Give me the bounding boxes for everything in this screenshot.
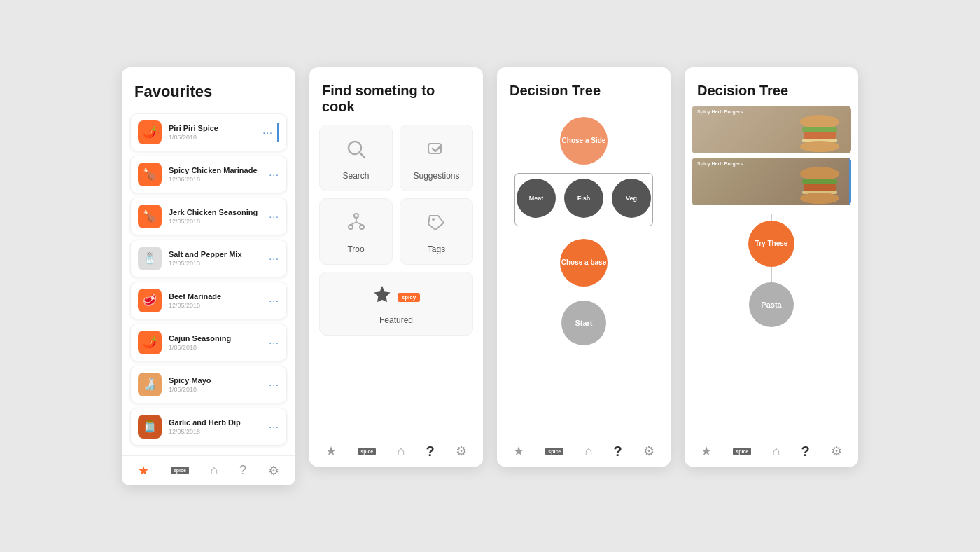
nav-help-3[interactable]: ? [613, 443, 622, 460]
nav-help-icon[interactable]: ? [239, 463, 246, 478]
fav-name-6: Cajun Seasoning [169, 333, 269, 343]
screen-favourites: Favourites 🌶️ Piri Piri Spice 1/05/2018 … [122, 67, 295, 485]
nav-home-4[interactable]: ⌂ [772, 444, 780, 459]
fav-icon-5: 🥩 [138, 289, 162, 312]
fav-item-1[interactable]: 🌶️ Piri Piri Spice 1/05/2018 ··· [130, 113, 287, 151]
screen-decision-tree: Decision Tree Chose a Side Meat Fish Veg [497, 67, 671, 467]
fav-name-7: Spicy Mayo [169, 375, 269, 385]
screens-container: Favourites 🌶️ Piri Piri Spice 1/05/2018 … [80, 39, 900, 513]
fav-more-2[interactable]: ··· [269, 169, 279, 180]
menu-tags[interactable]: Tags [400, 198, 473, 265]
bottom-nav-2: ★ spice ⌂ ? ⚙ [309, 436, 483, 467]
tree-node-fish[interactable]: Fish [564, 179, 603, 218]
fav-item-8[interactable]: 🫙 Garlic and Herb Dip 12/05/2018 ··· [130, 408, 287, 446]
svg-point-19 [800, 193, 839, 204]
tree4-connector-1 [771, 267, 772, 282]
fav-icon-3: 🍗 [138, 205, 162, 228]
fav-icon-1: 🌶️ [138, 120, 162, 144]
tree-node-veg[interactable]: Veg [612, 179, 651, 218]
fav-name-5: Beef Marinade [169, 291, 269, 301]
fav-item-7[interactable]: 🍶 Spicy Mayo 1/05/2018 ··· [130, 366, 287, 403]
tree-node-meat[interactable]: Meat [517, 179, 556, 218]
tree-node-start[interactable]: Start [561, 301, 606, 345]
menu-featured[interactable]: spicy Featured [319, 272, 473, 336]
nav-star-3[interactable]: ★ [513, 443, 524, 459]
fav-name-2: Spicy Chicken Marinade [169, 165, 269, 175]
nav-settings-3[interactable]: ⚙ [643, 443, 654, 459]
tree-node-chose-side[interactable]: Chose a Side [560, 117, 608, 165]
recipe-label-1: Spicy Herb Burgers [697, 109, 743, 114]
nav-help-2[interactable]: ? [426, 443, 434, 460]
tree-icon [345, 212, 368, 239]
suggestions-icon [426, 138, 448, 165]
svg-rect-11 [802, 127, 837, 132]
fav-date-7: 1/05/2018 [169, 386, 269, 393]
fav-icon-8: 🫙 [138, 415, 162, 439]
fav-date-3: 12/05/2018 [169, 218, 269, 225]
tree4-node-try[interactable]: Try These [748, 221, 794, 267]
menu-suggestions[interactable]: Suggestions [400, 125, 473, 191]
fav-item-4[interactable]: 🧂 Salt and Pepper Mix 12/05/2013 ··· [130, 240, 287, 277]
featured-icon-wrap: spicy [372, 285, 420, 310]
nav-star-4[interactable]: ★ [701, 443, 712, 459]
fav-more-4[interactable]: ··· [269, 253, 279, 264]
nav-logo-4[interactable]: spice [733, 448, 751, 455]
fav-date-2: 12/06/2018 [169, 176, 269, 183]
tree-connector-3 [584, 287, 584, 301]
tags-label: Tags [428, 244, 445, 254]
find-title: Find someting to cook [322, 83, 435, 114]
nav-home-icon[interactable]: ⌂ [211, 463, 218, 478]
nav-logo-2[interactable]: spice [358, 448, 376, 455]
fav-info-3: Jerk Chicken Seasoning 12/05/2018 [169, 207, 269, 224]
nav-home-3[interactable]: ⌂ [584, 444, 592, 459]
svg-rect-12 [804, 132, 836, 139]
nav-settings-2[interactable]: ⚙ [456, 443, 467, 459]
tree-node-chose-base[interactable]: Chose a base [560, 239, 608, 287]
favourites-title: Favourites [134, 83, 212, 100]
fav-name-4: Salt and Pepper Mix [169, 249, 269, 259]
fav-icon-7: 🍶 [138, 373, 162, 396]
fav-item-3[interactable]: 🍗 Jerk Chicken Seasoning 12/05/2018 ··· [130, 198, 287, 235]
fav-more-5[interactable]: ··· [269, 295, 279, 306]
fav-name-1: Piri Piri Spice [169, 123, 262, 133]
fav-more-1[interactable]: ··· [262, 127, 273, 138]
nav-help-4[interactable]: ? [801, 443, 809, 460]
fav-item-5[interactable]: 🥩 Beef Marinade 12/05/2018 ··· [130, 282, 287, 319]
recipe-card-2[interactable]: Spicy Herb Burgers [692, 158, 851, 205]
fav-more-3[interactable]: ··· [269, 211, 279, 222]
fav-item-2[interactable]: 🍗 Spicy Chicken Marinade 12/06/2018 ··· [130, 156, 287, 193]
menu-tree[interactable]: Troo [319, 198, 393, 265]
nav-logo-3[interactable]: spice [545, 448, 564, 455]
fav-date-1: 1/05/2018 [169, 134, 262, 141]
fav-info-5: Beef Marinade 12/05/2018 [169, 291, 269, 308]
nav-settings-4[interactable]: ⚙ [831, 443, 842, 459]
screen-find: Find someting to cook Search [309, 67, 483, 467]
find-header: Find someting to cook [309, 67, 483, 125]
fav-date-6: 1/05/2018 [169, 344, 269, 351]
nav-logo-1[interactable]: spice [171, 467, 189, 474]
fav-date-4: 12/05/2013 [169, 260, 269, 267]
tree2-header: Decision Tree [685, 67, 858, 106]
recipe-card-1[interactable]: Spicy Herb Burgers [692, 106, 851, 153]
fav-more-8[interactable]: ··· [269, 421, 279, 432]
fav-more-6[interactable]: ··· [269, 337, 279, 348]
fav-info-2: Spicy Chicken Marinade 12/06/2018 [169, 165, 269, 182]
nav-star-2[interactable]: ★ [326, 443, 337, 459]
featured-badge: spicy [398, 293, 420, 302]
fav-info-1: Piri Piri Spice 1/05/2018 [169, 123, 262, 140]
fav-icon-4: 🧂 [138, 247, 162, 270]
screen-decision-tree-2: Decision Tree Spicy Herb Burgers [685, 67, 858, 467]
tree-options-row: Meat Fish Veg [517, 179, 651, 218]
fav-more-7[interactable]: ··· [269, 379, 279, 390]
fav-name-8: Garlic and Herb Dip [169, 418, 269, 427]
nav-star-icon[interactable]: ★ [138, 463, 149, 478]
bottom-nav-1: ★ spice ⌂ ? ⚙ [122, 455, 295, 485]
fav-item-6[interactable]: 🌶️ Cajun Seasoning 1/05/2018 ··· [130, 324, 287, 361]
menu-search[interactable]: Search [319, 125, 393, 191]
recipe-label-2: Spicy Herb Burgers [697, 161, 743, 166]
nav-home-2[interactable]: ⌂ [397, 444, 405, 459]
nav-settings-icon[interactable]: ⚙ [268, 463, 279, 478]
featured-star-icon [372, 285, 392, 310]
tree4-connector-0 [771, 214, 772, 221]
tree4-node-pasta[interactable]: Pasta [749, 282, 794, 327]
